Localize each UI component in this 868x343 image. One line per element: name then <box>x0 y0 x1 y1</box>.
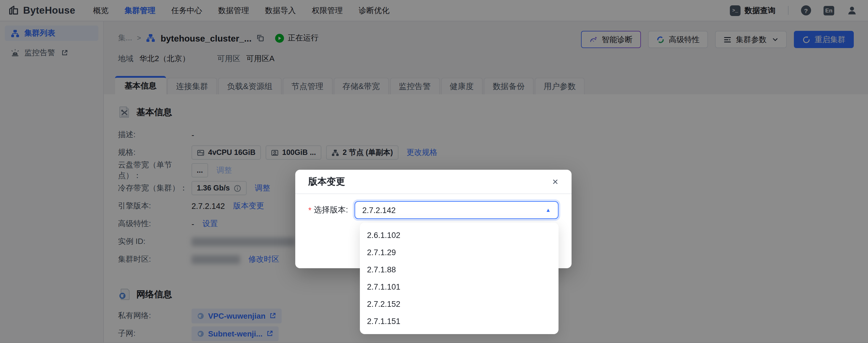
version-option[interactable]: 2.6.1.102 <box>360 227 559 244</box>
modal-header: 版本变更 ✕ <box>295 170 571 194</box>
bytehouse-console: ByteHouse 概览 集群管理 任务中心 数据管理 数据导入 权限管理 诊断… <box>0 0 868 343</box>
modal-title: 版本变更 <box>308 175 345 188</box>
version-option[interactable]: 2.7.2.152 <box>360 295 559 313</box>
select-version-label: 选择版本: <box>314 205 348 216</box>
version-select-value: 2.7.2.142 <box>362 206 396 215</box>
version-option[interactable]: 2.7.1.101 <box>360 278 559 295</box>
required-mark: * <box>308 206 312 215</box>
version-select[interactable]: 2.7.2.142 ▲ <box>354 201 559 219</box>
version-option[interactable]: 2.7.1.29 <box>360 244 559 261</box>
version-option[interactable]: 2.7.1.88 <box>360 261 559 278</box>
caret-up-icon: ▲ <box>546 207 551 213</box>
version-dropdown: 2.6.1.102 2.7.1.29 2.7.1.88 2.7.1.101 2.… <box>360 223 559 334</box>
modal-body: * 选择版本: 2.7.2.142 ▲ <box>295 194 571 219</box>
version-option[interactable]: 2.7.1.151 <box>360 313 559 330</box>
close-icon[interactable]: ✕ <box>552 178 559 185</box>
